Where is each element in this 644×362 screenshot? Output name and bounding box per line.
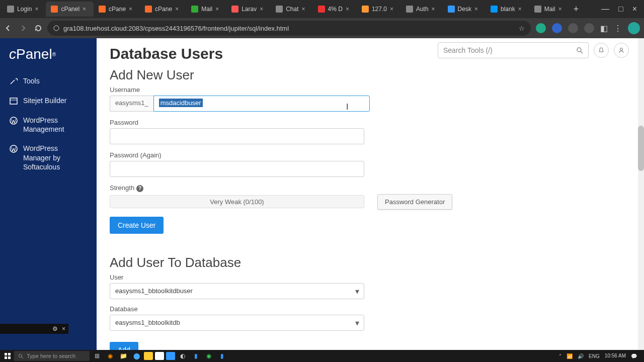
extension-icon[interactable]: [536, 23, 546, 33]
close-icon[interactable]: ×: [302, 6, 308, 12]
create-user-button[interactable]: Create User: [110, 217, 164, 234]
close-icon[interactable]: ×: [390, 6, 396, 12]
section-add-to-db-heading: Add User To Database: [110, 255, 625, 270]
taskbar-app-icon[interactable]: [144, 352, 153, 360]
password-again-input[interactable]: [110, 161, 364, 177]
browser-tab[interactable]: Login×: [2, 2, 46, 17]
close-icon[interactable]: ×: [129, 6, 135, 12]
close-window-icon[interactable]: ×: [632, 5, 637, 14]
close-icon[interactable]: ×: [175, 6, 181, 12]
site-info-icon[interactable]: [53, 25, 59, 31]
tab-title: blank: [501, 6, 515, 13]
close-icon[interactable]: ×: [518, 6, 524, 12]
taskbar-app-icon[interactable]: [155, 352, 164, 360]
browser-tab[interactable]: cPanel×: [46, 2, 94, 17]
new-tab-button[interactable]: +: [570, 4, 583, 15]
sidebar-item-tools[interactable]: Tools: [0, 71, 97, 91]
taskbar-app-icon[interactable]: ▮: [216, 351, 227, 361]
tray-network-icon[interactable]: 📶: [567, 353, 573, 359]
browser-tab[interactable]: Auth×: [401, 2, 443, 17]
taskbar-app-icon[interactable]: ◉: [105, 351, 116, 361]
favicon: [448, 6, 455, 13]
extensions-menu-icon[interactable]: [584, 23, 594, 33]
tray-chevron-icon[interactable]: ˄: [559, 353, 561, 359]
taskbar-search-placeholder: Type here to search: [27, 353, 75, 359]
password-input[interactable]: [110, 128, 364, 144]
close-icon[interactable]: ×: [35, 6, 41, 12]
database-select[interactable]: easysms1_bbtoolkitdb: [110, 315, 364, 331]
browser-tab[interactable]: cPane×: [94, 2, 140, 17]
profile-avatar[interactable]: [628, 22, 640, 34]
cpanel-logo[interactable]: cPanel®: [0, 46, 97, 71]
close-icon[interactable]: ×: [474, 6, 480, 12]
add-button[interactable]: Add: [110, 342, 138, 350]
browser-tab[interactable]: 4% D×: [313, 2, 357, 17]
maximize-icon[interactable]: □: [618, 5, 623, 14]
tray-volume-icon[interactable]: 🔊: [578, 353, 584, 359]
account-button[interactable]: [614, 43, 629, 58]
info-icon[interactable]: ?: [136, 185, 143, 192]
username-prefix: easysms1_: [110, 96, 153, 112]
gear-icon[interactable]: ⚙: [52, 325, 58, 332]
browser-tab[interactable]: Desk×: [443, 2, 486, 17]
favicon: [318, 6, 325, 13]
taskbar-app-icon[interactable]: ⬤: [131, 351, 142, 361]
password-generator-button[interactable]: Password Generator: [377, 194, 452, 210]
taskbar-app-icon[interactable]: ▮: [190, 351, 201, 361]
cpanel-sidebar: cPanel® Tools Sitejet Builder WordPress …: [0, 38, 97, 350]
browser-toolbar: gra108.truehost.cloud:2083/cpsess2443196…: [0, 18, 644, 38]
tab-title: Login: [17, 6, 32, 13]
sidebar-item-sitejet[interactable]: Sitejet Builder: [0, 91, 97, 111]
side-panel-icon[interactable]: ◧: [600, 24, 608, 33]
close-icon[interactable]: ×: [83, 6, 89, 12]
browser-tab[interactable]: Mail×: [186, 2, 226, 17]
forward-icon[interactable]: [19, 24, 27, 32]
taskbar-app-icon[interactable]: 📁: [118, 351, 129, 361]
svg-rect-1: [10, 98, 17, 104]
extension-icon[interactable]: [568, 23, 578, 33]
close-icon[interactable]: ×: [62, 325, 65, 332]
bookmark-star-icon[interactable]: ☆: [519, 25, 525, 32]
reload-icon[interactable]: [34, 24, 42, 32]
back-icon[interactable]: [4, 24, 12, 32]
browser-tab[interactable]: Mail×: [529, 2, 570, 17]
taskbar-app-icon[interactable]: ◐: [177, 351, 188, 361]
search-icon: [576, 47, 583, 54]
close-icon[interactable]: ×: [215, 6, 221, 12]
task-view-icon[interactable]: ⊞: [92, 351, 103, 361]
scrollbar[interactable]: [638, 38, 644, 350]
browser-tab[interactable]: blank×: [486, 2, 529, 17]
user-select-label: User: [110, 274, 625, 281]
user-select[interactable]: easysms1_bbtoolkitdbuser: [110, 283, 364, 299]
close-icon[interactable]: ×: [260, 6, 266, 12]
extension-icon[interactable]: [552, 23, 562, 33]
start-button[interactable]: [3, 351, 12, 360]
username-input[interactable]: msdacidbuser: [153, 96, 370, 112]
sidebar-item-wp-management[interactable]: WordPress Management: [0, 111, 97, 139]
search-tools-input[interactable]: Search Tools (/): [438, 42, 589, 58]
wordpress-icon: [9, 116, 18, 125]
close-icon[interactable]: ×: [558, 6, 565, 12]
taskbar-search[interactable]: Type here to search: [14, 351, 90, 361]
taskbar-clock[interactable]: 10:56 AM: [605, 353, 626, 358]
browser-tab[interactable]: cPane×: [140, 2, 186, 17]
taskbar-app-icon[interactable]: ◉: [203, 351, 214, 361]
svg-rect-10: [5, 356, 7, 359]
sidebar-item-wp-manager-softaculous[interactable]: WordPress Manager by Softaculous: [0, 139, 97, 176]
browser-tab[interactable]: Chat×: [271, 2, 312, 17]
tab-title: Chat: [286, 6, 298, 13]
minimize-icon[interactable]: —: [601, 5, 609, 14]
address-bar[interactable]: gra108.truehost.cloud:2083/cpsess2443196…: [47, 21, 531, 36]
notifications-icon[interactable]: 💬: [631, 353, 637, 359]
close-icon[interactable]: ×: [346, 6, 352, 12]
browser-tab[interactable]: 127.0×: [357, 2, 401, 17]
favicon: [276, 6, 283, 13]
notifications-button[interactable]: [594, 43, 609, 58]
favicon: [191, 6, 198, 13]
browser-tab[interactable]: Larav×: [226, 2, 271, 17]
scroll-thumb[interactable]: [638, 126, 644, 171]
tray-language[interactable]: ENG: [589, 353, 600, 359]
close-icon[interactable]: ×: [432, 6, 438, 12]
taskbar-app-icon[interactable]: [166, 352, 175, 360]
menu-icon[interactable]: ⋮: [614, 24, 622, 33]
